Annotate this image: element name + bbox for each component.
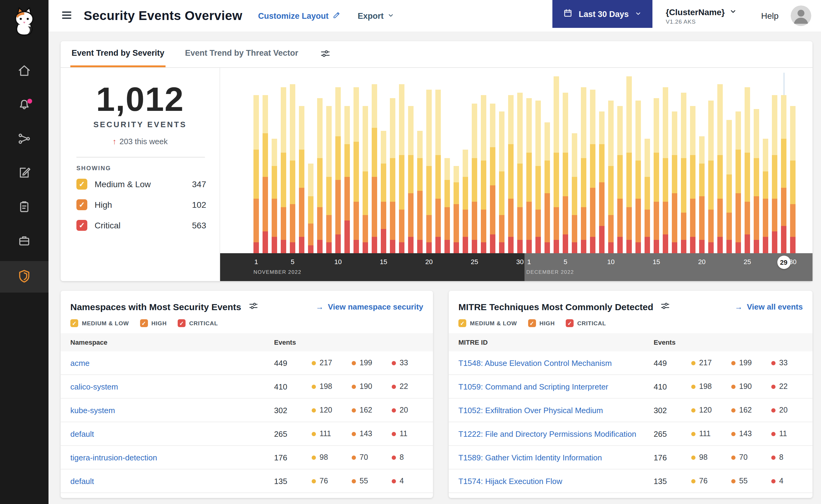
axis-month-segment-november: [220, 253, 524, 281]
severity-count: 20: [771, 406, 803, 414]
chart-bar: [344, 106, 350, 253]
tab-event-trend-by-threat-vector[interactable]: Event Trend by Threat Vector: [184, 48, 300, 67]
legend-count: 102: [192, 200, 206, 210]
namespace-link[interactable]: acme: [70, 358, 274, 367]
mitre-card: MITRE Techniques Most Commonly Detected …: [449, 291, 813, 498]
chart-filter-button[interactable]: [319, 47, 332, 62]
chart-bar: [254, 95, 259, 253]
severity-count-value: 98: [320, 453, 328, 462]
mitre-technique-link[interactable]: T1059: Command and Scripting Interpreter: [458, 382, 654, 391]
chart-bar: [499, 111, 504, 253]
severity-count: 4: [771, 477, 803, 485]
table-row: default13576554: [61, 469, 433, 493]
namespace-link[interactable]: default: [70, 476, 274, 486]
calico-cat-logo[interactable]: [10, 6, 38, 39]
namespace-link[interactable]: tigera-intrusion-detection: [70, 453, 274, 462]
chart-bar: [508, 95, 513, 253]
severity-count: 76: [691, 477, 731, 485]
app-root: Security Events Overview Customize Layou…: [0, 0, 821, 504]
axis-month-segment-december: [524, 253, 813, 281]
chart-bar: [790, 106, 796, 253]
sliders-icon: [661, 301, 670, 313]
severity-filter-critical[interactable]: ✓CRITICAL: [178, 319, 218, 327]
severity-dot-icon: [731, 361, 736, 365]
namespace-link[interactable]: calico-system: [70, 382, 274, 391]
mitre-technique-link[interactable]: T1574: Hijack Execution Flow: [458, 476, 654, 486]
axis-tick: 25: [744, 258, 751, 265]
severity-count-value: 120: [699, 406, 712, 414]
chevron-down-icon: [387, 11, 394, 20]
customize-layout-link[interactable]: Customize Layout: [258, 11, 341, 21]
namespaces-table-header: Namespace Events: [61, 333, 433, 351]
chevron-down-icon: [635, 9, 642, 18]
sidebar-item-service-graph[interactable]: [0, 125, 48, 153]
main-column: Security Events Overview Customize Layou…: [48, 0, 821, 504]
menu-button[interactable]: [58, 6, 75, 25]
bottom-row: Namespaces with Most Security Events →Vi…: [61, 291, 813, 498]
severity-count-value: 20: [400, 406, 408, 414]
sidebar-item-home[interactable]: [0, 58, 48, 85]
severity-count-value: 11: [779, 429, 787, 438]
selected-day-badge[interactable]: 29: [777, 256, 790, 269]
severity-dot-icon: [312, 455, 316, 459]
events-total: 302: [654, 406, 691, 415]
checkbox-checked-icon[interactable]: ✓: [76, 199, 87, 210]
view-namespace-security-link[interactable]: →View namespace security: [316, 302, 423, 311]
checkbox-checked-icon: ✓: [70, 319, 78, 327]
severity-count: 55: [352, 477, 392, 485]
severity-count: 120: [312, 406, 352, 414]
sidebar-item-workloads[interactable]: [0, 227, 48, 255]
severity-dot-icon: [691, 455, 696, 459]
severity-dot-icon: [691, 432, 696, 436]
chart-bar: [654, 98, 659, 253]
mitre-technique-link[interactable]: T1222: File and Directory Permissions Mo…: [458, 429, 654, 438]
sidebar-item-compliance[interactable]: [0, 193, 48, 221]
severity-count-value: 162: [739, 406, 752, 414]
severity-filter-medium-low[interactable]: ✓MEDIUM & LOW: [70, 319, 129, 327]
namespaces-filter-button[interactable]: [248, 300, 260, 314]
export-button[interactable]: Export: [358, 11, 394, 20]
table-row: T1574: Hijack Execution Flow13576554: [449, 469, 813, 493]
severity-count-value: 143: [739, 429, 752, 438]
chart-bar: [663, 87, 668, 253]
avatar[interactable]: [791, 5, 811, 26]
severity-filter-high[interactable]: ✓HIGH: [140, 319, 167, 327]
namespaces-severity-filters: ✓MEDIUM & LOW✓HIGH✓CRITICAL: [61, 318, 433, 333]
severity-count: 55: [731, 477, 771, 485]
mitre-filter-button[interactable]: [660, 300, 672, 314]
table-row: T1589: Gather Victim Identity Informatio…: [449, 446, 813, 469]
sidebar-item-security-events[interactable]: [0, 261, 48, 293]
axis-tick: 20: [698, 258, 706, 265]
mitre-technique-link[interactable]: T1548: Abuse Elevation Control Mechanism: [458, 358, 654, 367]
chart-bar: [263, 95, 268, 253]
weekly-delta: ↑203 this week: [61, 137, 220, 146]
mitre-technique-link[interactable]: T1589: Gather Victim Identity Informatio…: [458, 453, 654, 462]
chart-bar: [672, 111, 677, 253]
sidebar-item-notifications[interactable]: [0, 91, 48, 119]
trend-body: 1,012 SECURITY EVENTS ↑203 this week SHO…: [61, 68, 813, 281]
help-link[interactable]: Help: [761, 11, 779, 21]
namespace-link[interactable]: kube-system: [70, 406, 274, 415]
sidebar-item-reports[interactable]: [0, 159, 48, 187]
table-row: T1052: Exfiltration Over Physical Medium…: [449, 399, 813, 422]
tab-event-trend-by-severity[interactable]: Event Trend by Severity: [70, 48, 165, 67]
severity-dot-icon: [392, 408, 396, 412]
severity-filter-high[interactable]: ✓HIGH: [528, 319, 555, 327]
severity-count: 8: [392, 453, 423, 462]
severity-count-value: 98: [699, 453, 708, 462]
severity-filter-critical[interactable]: ✓CRITICAL: [566, 319, 606, 327]
checkbox-checked-icon[interactable]: ✓: [76, 220, 87, 231]
view-all-events-link[interactable]: →View all events: [735, 302, 803, 311]
date-range-label: Last 30 Days: [579, 9, 629, 18]
severity-count-value: 217: [320, 359, 332, 367]
checkbox-checked-icon: ✓: [178, 319, 185, 327]
axis-tick: 1: [527, 258, 531, 265]
date-range-button[interactable]: Last 30 Days: [553, 0, 653, 28]
cluster-selector[interactable]: {ClusterName} V1.26 AKS: [666, 7, 737, 25]
mitre-technique-link[interactable]: T1052: Exfiltration Over Physical Medium: [458, 406, 654, 415]
checkbox-checked-icon[interactable]: ✓: [76, 179, 87, 190]
namespace-link[interactable]: default: [70, 429, 274, 438]
severity-filter-medium-low[interactable]: ✓MEDIUM & LOW: [458, 319, 517, 327]
table-row: calico-system41019819022: [61, 375, 433, 399]
chart-bar: [490, 103, 495, 253]
